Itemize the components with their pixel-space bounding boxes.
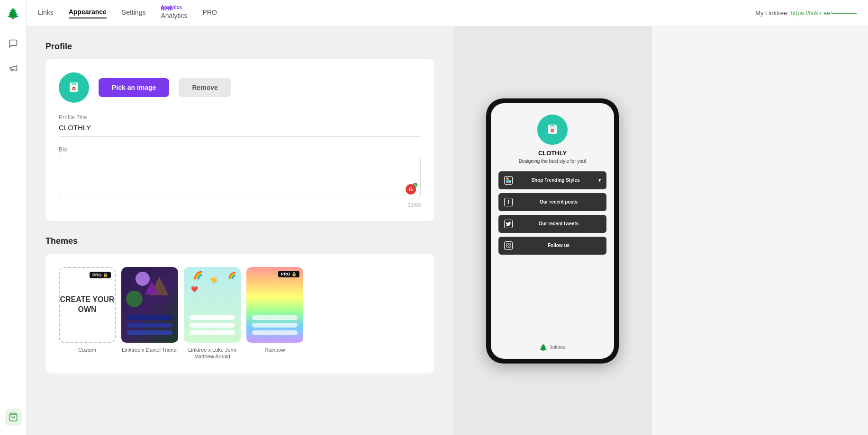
profile-title-label: Profile Title bbox=[59, 114, 421, 121]
theme-custom[interactable]: PRO 🔒 CREATE YOUROWN Custom bbox=[59, 267, 116, 360]
bar6 bbox=[190, 330, 235, 335]
analytics-label: Analytics bbox=[161, 12, 187, 19]
theme-daniel-bg bbox=[121, 267, 178, 343]
theme-daniel[interactable]: Linktree x Daniel Triendl bbox=[121, 267, 178, 360]
sidebar-icon-megaphone[interactable] bbox=[5, 60, 22, 77]
new-label: NEW bbox=[161, 6, 172, 11]
themes-card: PRO 🔒 CREATE YOUROWN Custom bbox=[45, 254, 434, 373]
theme-rainbow-bg: PRO 🔒 bbox=[246, 267, 303, 343]
bar2 bbox=[127, 323, 172, 328]
bar4 bbox=[190, 315, 235, 320]
phone-screen: CLOTHLY Designing the best style for you… bbox=[491, 103, 614, 359]
bio-counter: 33/80 bbox=[59, 202, 421, 208]
bar7 bbox=[252, 315, 298, 320]
theme-rainbow-label: Rainbow bbox=[246, 346, 303, 353]
theme-luke-label: Linktree x Luke John Matthew Arnold bbox=[184, 346, 241, 360]
bar3 bbox=[127, 330, 172, 335]
phone-footer: 🌲 linktree bbox=[539, 344, 565, 351]
grammarly-wrapper: G 1 bbox=[406, 184, 416, 195]
main-content: Profile Pick an image Remove Profile Ti bbox=[27, 27, 453, 435]
phone-mockup: CLOTHLY Designing the best style for you… bbox=[486, 98, 619, 364]
nav-settings-link[interactable]: Settings bbox=[122, 9, 146, 18]
avatar bbox=[59, 72, 89, 103]
nav-links-link[interactable]: Links bbox=[38, 9, 54, 18]
theme-rainbow-inner: PRO 🔒 bbox=[246, 267, 303, 343]
bar1 bbox=[127, 315, 172, 320]
sidebar: 🌲 bbox=[0, 0, 27, 435]
phone-title: CLOTHLY bbox=[538, 150, 567, 157]
chevron-icon: ▾ bbox=[598, 178, 601, 183]
bio-wrapper: G 1 33/80 bbox=[59, 156, 421, 208]
linktree-label: linktree bbox=[550, 345, 565, 350]
phone-btn-facebook-label: Our recent posts bbox=[516, 199, 601, 204]
profile-card: Pick an image Remove Profile Title CLOTH… bbox=[45, 59, 434, 221]
nav-pro-link[interactable]: PRO bbox=[202, 9, 217, 18]
my-linktree: My Linktree: https://linktr.ee/———— bbox=[755, 9, 857, 17]
bio-textarea[interactable] bbox=[59, 156, 421, 198]
profile-title: Profile bbox=[45, 42, 434, 52]
themes-grid: PRO 🔒 CREATE YOUROWN Custom bbox=[59, 267, 421, 360]
phone-btn-shop: 🏪 Shop Trending Styles ▾ bbox=[498, 171, 606, 189]
profile-image-row: Pick an image Remove bbox=[59, 72, 421, 103]
theme-custom-label: Custom bbox=[59, 346, 116, 353]
theme-luke-bg: 🌈 ☀️ ❤️ 🌈 bbox=[184, 267, 241, 343]
themes-section: Themes PRO 🔒 CREATE YOUROWN Custom bbox=[45, 236, 434, 373]
pick-image-button[interactable]: Pick an image bbox=[99, 78, 169, 97]
pro-badge-custom: PRO 🔒 bbox=[90, 272, 111, 278]
remove-button[interactable]: Remove bbox=[179, 78, 231, 97]
sidebar-icon-chat[interactable] bbox=[5, 35, 22, 52]
bar9 bbox=[252, 330, 298, 335]
create-own-text: CREATE YOUROWN bbox=[60, 295, 115, 315]
profile-section: Profile Pick an image Remove Profile Ti bbox=[45, 42, 434, 221]
facebook-icon: f bbox=[504, 198, 513, 206]
phone-avatar bbox=[537, 115, 568, 145]
sidebar-icon-bag[interactable] bbox=[5, 408, 22, 426]
theme-daniel-inner bbox=[121, 267, 178, 343]
phone-btn-twitter: Our recent tweets bbox=[498, 215, 606, 233]
theme-rainbow[interactable]: PRO 🔒 Rainbow bbox=[246, 267, 303, 360]
bio-label: Bio bbox=[59, 146, 421, 153]
nav-analytics-link[interactable]: Analytics NEW Analytics bbox=[161, 5, 187, 21]
theme-luke-inner: 🌈 ☀️ ❤️ 🌈 bbox=[184, 267, 241, 343]
phone-btn-shop-label: Shop Trending Styles bbox=[516, 178, 595, 183]
grammarly-badge: 1 bbox=[413, 183, 417, 187]
my-linktree-url[interactable]: https://linktr.ee/———— bbox=[791, 9, 857, 17]
nav-links: Links Appearance Settings Analytics NEW … bbox=[38, 5, 755, 21]
phone-btn-instagram: Follow us bbox=[498, 237, 606, 255]
profile-title-value: CLOTHLY bbox=[59, 124, 421, 137]
linktree-logo: 🌲 bbox=[539, 344, 547, 351]
themes-title: Themes bbox=[45, 236, 434, 246]
phone-btn-facebook: f Our recent posts bbox=[498, 193, 606, 211]
shop-icon: 🏪 bbox=[504, 176, 513, 185]
twitter-icon bbox=[504, 220, 513, 228]
pro-badge-rainbow: PRO 🔒 bbox=[278, 271, 299, 277]
phone-btn-instagram-label: Follow us bbox=[516, 243, 601, 248]
preview-area: CLOTHLY Designing the best style for you… bbox=[453, 27, 652, 435]
svg-rect-7 bbox=[506, 243, 510, 248]
theme-custom-inner: PRO 🔒 CREATE YOUROWN bbox=[59, 267, 116, 343]
phone-btn-twitter-label: Our recent tweets bbox=[516, 221, 601, 226]
my-linktree-label: My Linktree: bbox=[755, 9, 789, 17]
bar5 bbox=[190, 323, 235, 328]
theme-daniel-label: Linktree x Daniel Triendl bbox=[121, 346, 178, 353]
instagram-icon bbox=[504, 241, 513, 250]
bar8 bbox=[252, 323, 298, 328]
top-nav: Links Appearance Settings Analytics NEW … bbox=[27, 0, 868, 27]
nav-appearance-link[interactable]: Appearance bbox=[69, 8, 107, 18]
sidebar-logo: 🌲 bbox=[7, 8, 19, 20]
phone-bio: Designing the best style for you! bbox=[519, 159, 586, 164]
theme-luke[interactable]: 🌈 ☀️ ❤️ 🌈 Linktree x Luke John Matthew A… bbox=[184, 267, 241, 360]
